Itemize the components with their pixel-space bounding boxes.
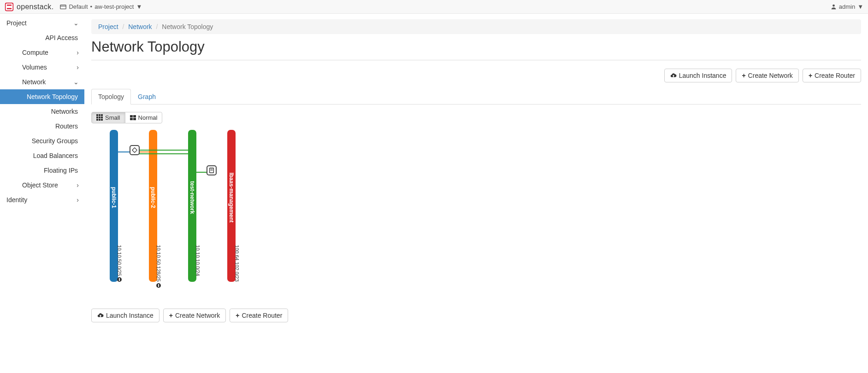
caret-down-icon: ▼ bbox=[136, 3, 142, 10]
breadcrumb-project[interactable]: Project bbox=[98, 23, 118, 30]
project-selector[interactable]: Default • aw-test-project ▼ bbox=[60, 3, 142, 10]
plus-icon: + bbox=[742, 72, 745, 79]
instance-node[interactable] bbox=[207, 165, 217, 175]
network-cidr: 10.10.50.128/25 bbox=[156, 245, 161, 288]
tab-topology[interactable]: Topology bbox=[91, 89, 131, 105]
topbar: openstack. Default • aw-test-project ▼ a… bbox=[0, 0, 868, 14]
grid-normal-icon bbox=[130, 115, 136, 120]
create-router-button-bottom[interactable]: + Create Router bbox=[230, 309, 288, 322]
size-small-button[interactable]: Small bbox=[91, 112, 125, 123]
sidebar-item-api-access[interactable]: API Access bbox=[0, 30, 84, 45]
router-icon bbox=[131, 147, 138, 153]
sidebar-group-compute[interactable]: Compute › bbox=[0, 45, 84, 60]
router-node[interactable] bbox=[130, 145, 140, 155]
topology-link bbox=[135, 150, 192, 151]
cloud-upload-icon bbox=[97, 312, 104, 319]
action-bar-top: Launch Instance + Create Network + Creat… bbox=[91, 69, 861, 82]
sidebar-item-networks[interactable]: Networks bbox=[0, 104, 84, 119]
domain-name: Default bbox=[69, 3, 88, 10]
svg-rect-1 bbox=[7, 5, 12, 6]
sidebar-group-project[interactable]: Project ⌄ bbox=[0, 16, 84, 30]
chevron-right-icon: › bbox=[77, 196, 79, 204]
tabs: Topology Graph bbox=[91, 89, 861, 105]
size-normal-button[interactable]: Normal bbox=[125, 112, 163, 123]
breadcrumb-network[interactable]: Network bbox=[128, 23, 152, 30]
caret-down-icon: ▼ bbox=[857, 3, 863, 10]
topology-link bbox=[135, 153, 192, 154]
svg-rect-2 bbox=[7, 8, 12, 9]
tab-graph[interactable]: Graph bbox=[131, 89, 163, 105]
sidebar-group-object-store[interactable]: Object Store › bbox=[0, 178, 84, 192]
chevron-right-icon: › bbox=[77, 64, 79, 71]
sidebar: Project ⌄ API Access Compute › Volumes ›… bbox=[0, 14, 84, 332]
network-label: lbaas-management bbox=[228, 172, 235, 222]
instance-icon bbox=[208, 167, 215, 174]
cloud-upload-icon bbox=[670, 72, 677, 79]
sidebar-item-security-groups[interactable]: Security Groups bbox=[0, 134, 84, 148]
user-icon bbox=[831, 4, 837, 10]
create-router-button[interactable]: + Create Router bbox=[803, 69, 861, 82]
chevron-down-icon: ⌄ bbox=[73, 19, 79, 27]
network-cidr: 100.64.102.0/23 bbox=[234, 245, 240, 282]
chevron-down-icon: ⌄ bbox=[73, 78, 79, 86]
network-label: test-network bbox=[189, 181, 195, 214]
launch-instance-button-bottom[interactable]: Launch Instance bbox=[91, 309, 159, 322]
grid-small-icon bbox=[96, 114, 103, 121]
create-network-button[interactable]: + Create Network bbox=[736, 69, 798, 82]
brand-text: openstack. bbox=[17, 3, 53, 11]
create-network-button-bottom[interactable]: + Create Network bbox=[163, 309, 226, 322]
openstack-logo-icon bbox=[5, 2, 14, 12]
divider bbox=[91, 60, 861, 60]
chevron-right-icon: › bbox=[77, 49, 79, 56]
network-cidr: 10.10.50.0/25 bbox=[117, 245, 122, 282]
network-cidr: 10.10.10.0/24 bbox=[195, 245, 201, 276]
topology-canvas[interactable]: public-110.10.50.0/25 public-210.10.50.1… bbox=[91, 130, 340, 305]
sidebar-group-volumes[interactable]: Volumes › bbox=[0, 60, 84, 75]
size-toggle: Small Normal bbox=[91, 112, 162, 123]
network-label: public-1 bbox=[111, 186, 117, 208]
sidebar-item-network-topology[interactable]: Network Topology bbox=[0, 89, 84, 104]
brand[interactable]: openstack. bbox=[5, 2, 53, 12]
globe-icon bbox=[117, 277, 122, 282]
sidebar-item-load-balancers[interactable]: Load Balancers bbox=[0, 148, 84, 163]
network-label: public-2 bbox=[150, 186, 156, 208]
user-menu[interactable]: admin ▼ bbox=[831, 3, 863, 10]
user-name: admin bbox=[839, 3, 855, 10]
page-title: Network Topology bbox=[91, 39, 861, 55]
svg-point-5 bbox=[833, 5, 835, 7]
plus-icon: + bbox=[236, 312, 239, 319]
sidebar-item-floating-ips[interactable]: Floating IPs bbox=[0, 163, 84, 178]
action-bar-bottom: Launch Instance + Create Network + Creat… bbox=[91, 309, 861, 322]
sidebar-item-routers[interactable]: Routers bbox=[0, 119, 84, 134]
breadcrumb-current: Network Topology bbox=[162, 23, 213, 30]
domain-icon bbox=[60, 4, 66, 10]
chevron-right-icon: › bbox=[77, 181, 79, 189]
breadcrumb: Project / Network / Network Topology bbox=[91, 19, 861, 34]
svg-rect-3 bbox=[60, 5, 66, 9]
main-content: Project / Network / Network Topology Net… bbox=[84, 14, 868, 332]
plus-icon: + bbox=[809, 72, 812, 79]
svg-rect-0 bbox=[6, 3, 13, 11]
globe-icon bbox=[156, 283, 161, 287]
project-name: aw-test-project bbox=[94, 3, 134, 10]
plus-icon: + bbox=[169, 312, 173, 319]
sidebar-group-network[interactable]: Network ⌄ bbox=[0, 75, 84, 89]
sidebar-group-identity[interactable]: Identity › bbox=[0, 192, 84, 207]
launch-instance-button[interactable]: Launch Instance bbox=[664, 69, 732, 82]
